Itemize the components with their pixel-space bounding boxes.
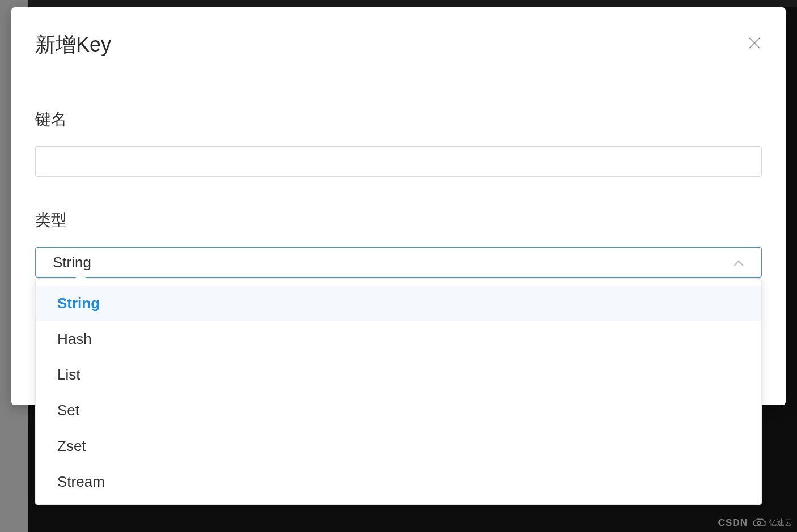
dropdown-option-stream[interactable]: Stream [36, 464, 761, 500]
dropdown-option-hash[interactable]: Hash [36, 321, 761, 357]
field-key-name: 键名 [35, 109, 762, 177]
chevron-up-icon [733, 254, 744, 271]
type-select[interactable]: String [35, 247, 762, 278]
svg-point-2 [758, 522, 761, 525]
type-label: 类型 [35, 210, 762, 231]
new-key-modal: 新增Key 键名 类型 String String Hash List Set … [11, 7, 786, 405]
dropdown-option-set[interactable]: Set [36, 393, 761, 428]
watermark-csdn: CSDN [718, 517, 748, 529]
close-icon [748, 37, 761, 49]
watermark-yisuyun: 亿速云 [769, 518, 792, 528]
backdrop-titlebar [28, 0, 797, 7]
type-selected-value: String [53, 254, 91, 271]
modal-title: 新增Key [35, 31, 111, 59]
cloud-icon [752, 518, 767, 528]
close-button[interactable] [746, 35, 763, 54]
dropdown-option-list[interactable]: List [36, 357, 761, 393]
dropdown-option-zset[interactable]: Zset [36, 428, 761, 464]
watermark: CSDN 亿速云 [718, 517, 792, 529]
key-name-input[interactable] [35, 146, 762, 177]
dropdown-option-string[interactable]: String [36, 286, 761, 321]
watermark-cloud: 亿速云 [752, 518, 792, 528]
type-dropdown: String Hash List Set Zset Stream [35, 278, 762, 505]
key-name-label: 键名 [35, 109, 762, 130]
modal-header: 新增Key [35, 31, 762, 59]
field-type: 类型 String [35, 210, 762, 278]
